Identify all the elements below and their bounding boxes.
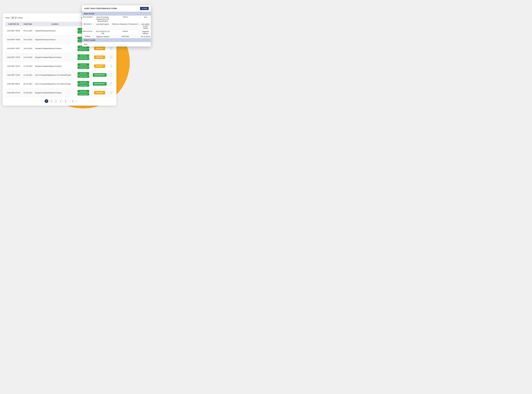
cell-view: Audit Plan Audit Report (76, 53, 91, 62)
audit-report-button[interactable]: Audit Report (78, 75, 89, 78)
clause-label: Clause (111, 16, 139, 23)
auditee-value: Vagindra Vaibhav (140, 30, 151, 35)
cell-pdf: 📄 (108, 62, 114, 71)
entries-select[interactable]: 10 25 50 (11, 16, 17, 19)
root-cause-header: ROOT CAUSE (82, 38, 151, 42)
pdf-icon[interactable]: 📄 (110, 56, 112, 59)
cell-status: VIEW REPORT (91, 79, 108, 88)
cell-date: 26-10-2023 (22, 35, 34, 44)
clause-value: test (140, 16, 151, 23)
auditor-label: Auditor (82, 35, 93, 38)
audit-report-button[interactable]: Audit Report (78, 66, 89, 69)
cell-status: VIEW REPORT (91, 71, 108, 79)
root-cause-value: Test (84, 43, 87, 45)
status-pending-button[interactable]: PENDING (94, 56, 105, 59)
page-2-button[interactable]: 2 (49, 99, 53, 103)
page-4-button[interactable]: 4 (59, 99, 63, 103)
pagination: ← 1 2 3 4 5 ... 8 → (5, 99, 114, 103)
audit-report-button[interactable]: Audit Report (78, 57, 89, 60)
basic-details-header: Basic Details (82, 12, 151, 16)
cell-location: Fujairah/Akamiya/chemical (34, 35, 76, 44)
audit-plan-button[interactable]: Audit Plan (78, 90, 89, 93)
area-audited-value: Umm Al Quwain-Biyatah-Iron Ore Mines/Pro… (94, 16, 111, 23)
col-audit-ref: Audit Ref. No (5, 22, 22, 26)
nc-form-label: NC Form # (82, 23, 93, 30)
root-cause-section: Test (82, 42, 151, 47)
cell-view: Audit Plan Audit Report (76, 71, 91, 79)
table-row: AUD-REF-72075 11-10-2023 Sharjah/Al Bata… (5, 62, 114, 71)
cell-location: Sharjah/Al Bataeh/Mineral Projects (34, 44, 76, 53)
auditor-value: Vagindra Vaibhav (94, 35, 111, 38)
cell-pdf: 📄 (108, 53, 114, 62)
nc-form-row: NC Form # : AUD-REF-68071 Reference Stan… (82, 23, 151, 30)
area-audited-row: Area Audited : Umm Al Quwain-Biyatah-Iro… (82, 16, 151, 23)
status-view-report-button[interactable]: VIEW REPORT (93, 82, 106, 86)
cell-ref: AUD-REF-68071 (5, 79, 22, 88)
cell-date: 04-11-2023 (22, 26, 34, 35)
cell-ref: AUD-REF-75078 (5, 35, 22, 44)
audit-plan-button[interactable]: Audit Plan (78, 81, 89, 84)
ref-standards-label: Reference Standards / Procedures # (111, 23, 139, 30)
page-8-button[interactable]: 8 (71, 99, 74, 103)
table-row: AUD-REF-71074 11-10-2023 Umm Al Quwain/B… (5, 71, 114, 79)
form-header: AUDIT NON CONFORMANCE FORM ◄ Back (82, 5, 151, 12)
show-entries: Show 10 25 50 entries (5, 16, 23, 19)
status-pending-button[interactable]: PENDING (94, 64, 105, 68)
cell-location: Umm Al Quwain/Biyatah/Iron Ore Mines/Pro… (34, 71, 76, 79)
audit-nc-form: AUDIT NON CONFORMANCE FORM ◄ Back Basic … (82, 5, 151, 47)
table-row: AUD-REF-67070 21-09-2023 Sharjah/Al Bata… (5, 88, 114, 97)
cell-ref: AUD-REF-73076 (5, 53, 22, 62)
audit-report-button[interactable]: Audit Report (78, 48, 89, 51)
audit-report-button[interactable]: Audit Report (78, 84, 89, 87)
audit-plan-button[interactable]: Audit Plan (78, 72, 89, 75)
cell-date: 18-10-2023 (22, 44, 34, 53)
audit-date-value: 09-10-2023 (140, 35, 151, 38)
date-issue-row: Date of Issue : 05-10-2023 07:16 AM Audi… (82, 30, 151, 35)
back-button[interactable]: ◄ Back (140, 7, 149, 10)
date-issue-label: Date of Issue (82, 30, 93, 35)
cell-view: Audit Plan Audit Report (76, 88, 91, 97)
page-3-button[interactable]: 3 (54, 99, 58, 103)
cell-location: Umm Al Quwain/Biyatah/Iron Ore Mines/Pro… (34, 79, 76, 88)
prev-page-button[interactable]: ← (42, 100, 43, 102)
cell-pdf: 📄 (108, 71, 114, 79)
basic-details-table: Area Audited : Umm Al Quwain-Biyatah-Iro… (82, 16, 151, 38)
cell-view: Audit Plan Audit Report (76, 79, 91, 88)
table-row: AUD-REF-73076 13-10-2023 Sharjah/Al Bata… (5, 53, 114, 62)
cell-pdf: 📄 (108, 79, 114, 88)
pdf-icon[interactable]: 📄 (110, 47, 112, 50)
status-pending-button[interactable]: PENDING (94, 47, 105, 50)
pdf-icon[interactable]: 📄 (110, 74, 112, 76)
status-view-report-button[interactable]: VIEW REPORT (93, 73, 106, 77)
audit-date-label: Audit Date (111, 35, 139, 38)
nc-form-value: AUD-REF-68071 (94, 23, 111, 30)
auditee-label: Auditee (111, 30, 139, 35)
cell-date: 11-10-2023 (22, 71, 34, 79)
pdf-icon[interactable]: 📄 (110, 65, 112, 67)
pdf-icon[interactable]: 📄 (110, 83, 112, 85)
cell-location: Fujairah/Akamiya/chemical (34, 26, 76, 35)
entries-label: entries (18, 17, 23, 19)
cell-status: PENDING (91, 53, 108, 62)
cell-ref: AUD-REF-71074 (5, 71, 22, 79)
audit-report-button[interactable]: Audit Report (78, 93, 89, 95)
col-location: Location (34, 22, 76, 26)
cell-date: 21-09-2023 (22, 88, 34, 97)
status-pending-button[interactable]: PENDING (94, 91, 105, 94)
form-title: AUDIT NON CONFORMANCE FORM (84, 7, 117, 10)
cell-location: Sharjah/Al Bataeh/Mineral Projects (34, 88, 76, 97)
audit-plan-button[interactable]: Audit Plan (78, 63, 89, 66)
cell-ref: AUD-REF-67070 (5, 88, 22, 97)
page-ellipsis: ... (68, 100, 70, 102)
show-label: Show (5, 17, 10, 19)
cell-ref: AUD-REF-74077 (5, 44, 22, 53)
col-audit-date: Audit Date (22, 22, 34, 26)
next-page-button[interactable]: → (76, 100, 78, 102)
page-1-button[interactable]: 1 (45, 99, 48, 103)
page-5-button[interactable]: 5 (64, 99, 67, 103)
area-audited-label: Area Audited (82, 16, 93, 23)
pdf-icon[interactable]: 📄 (110, 91, 112, 94)
cell-date: 05-10-2023 (22, 79, 34, 88)
cell-ref: AUD-REF-72075 (5, 62, 22, 71)
audit-plan-button[interactable]: Audit Plan (78, 54, 89, 57)
